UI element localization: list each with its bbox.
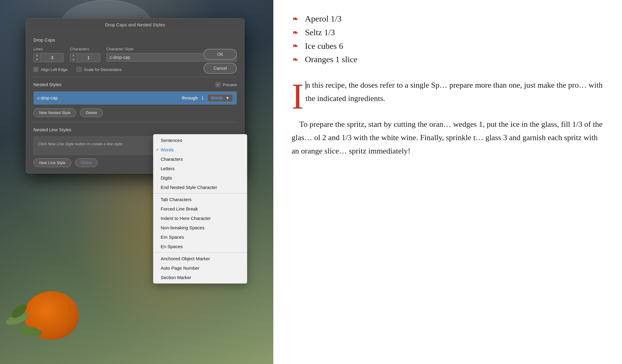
menu-separator-2 — [153, 252, 247, 253]
menu-item-auto-page[interactable]: Auto Page Number — [153, 263, 247, 273]
chars-arrows[interactable]: ▲ ▼ — [70, 53, 77, 62]
characters-field-group: Characters ▲ ▼ 1 — [70, 47, 100, 62]
leaves-decoration — [0, 285, 91, 346]
bullet-icon: ❧ — [292, 27, 299, 38]
bullet-icon: ❧ — [292, 54, 299, 65]
menu-item-forced-break[interactable]: Forced Line Break — [153, 204, 247, 214]
nested-styles-label: Nested Styles — [33, 82, 237, 87]
lines-label: Lines — [33, 47, 64, 51]
nested-dropdown-arrow-icon: ▼ — [225, 96, 230, 100]
characters-label: Characters — [70, 47, 100, 51]
words-dropdown-menu[interactable]: Sentences Words Characters Letters Digit… — [153, 134, 247, 284]
ingredient-text: Ice cubes 6 — [305, 39, 343, 53]
ingredients-list: ❧ Aperol 1/3 ❧ Seltz 1/3 ❧ Ice cubes 6 ❧… — [292, 12, 604, 66]
menu-item-words[interactable]: Words — [153, 145, 247, 154]
delete-nested-style-button[interactable]: Delete — [80, 108, 103, 117]
chars-value[interactable]: 1 — [77, 54, 100, 61]
menu-item-tab-chars[interactable]: Tab Characters — [153, 195, 247, 204]
menu-item-end-nested[interactable]: End Nested Style Character — [153, 183, 247, 192]
scale-descenders-checkbox-box[interactable] — [77, 67, 81, 72]
menu-item-em-spaces[interactable]: Em Spaces — [153, 232, 247, 242]
preview-row[interactable]: Preview — [216, 82, 237, 87]
menu-item-label: Words — [161, 147, 174, 152]
dialog-title: Drop Caps and Nested Styles — [105, 22, 165, 27]
menu-item-label: Em Spaces — [161, 234, 184, 240]
leaf-2 — [17, 325, 43, 338]
nested-styles-btn-row: New Nested Style Delete — [33, 108, 237, 117]
lines-down-arrow[interactable]: ▼ — [34, 58, 40, 62]
nested-style-name: c-drop-cap — [37, 96, 178, 100]
menu-item-section[interactable]: Section Marker — [153, 273, 247, 282]
align-left-edge-label: Align Left Edge — [41, 67, 67, 72]
nested-through-label: through — [182, 96, 198, 100]
menu-separator-1 — [153, 193, 247, 194]
menu-item-label: Auto Page Number — [161, 265, 200, 271]
menu-item-en-spaces[interactable]: En Spaces — [153, 242, 247, 251]
menu-item-label: Forced Line Break — [161, 206, 198, 211]
menu-item-label: Section Marker — [161, 275, 191, 280]
list-item: ❧ Ice cubes 6 — [292, 39, 604, 53]
cancel-button[interactable]: Cancel — [203, 63, 237, 74]
menu-item-label: Digits — [161, 175, 172, 180]
section-divider-2 — [33, 122, 237, 122]
menu-item-anchored[interactable]: Anchored Object Marker — [153, 254, 247, 263]
menu-item-letters[interactable]: Letters — [153, 164, 247, 173]
nested-styles-table: c-drop-cap through 1 Words ▼ — [33, 91, 237, 105]
recipe-paragraph-1: I n this recipe, the doses refer to a si… — [292, 79, 604, 105]
section-divider-1 — [33, 77, 237, 77]
new-nested-style-button[interactable]: New Nested Style — [33, 108, 76, 117]
list-item: ❧ Oranges 1 slice — [292, 53, 604, 66]
drop-caps-section-label: Drop Caps — [33, 37, 237, 42]
menu-item-label: Characters — [161, 157, 183, 162]
dialog-action-buttons: OK Cancel — [203, 49, 237, 74]
menu-item-characters[interactable]: Characters — [153, 154, 247, 164]
menu-item-label: Letters — [161, 166, 175, 171]
list-item: ❧ Seltz 1/3 — [292, 26, 604, 39]
recipe-paragraph-2: To prepare the spritz, start by cutting … — [292, 115, 604, 158]
align-left-edge-checkbox[interactable]: Align Left Edge — [33, 67, 67, 72]
menu-item-label: End Nested Style Character — [161, 185, 217, 190]
bullet-icon: ❧ — [292, 14, 299, 24]
menu-item-label: Indent to Here Character — [161, 216, 211, 221]
bullet-icon: ❧ — [292, 41, 299, 51]
list-item: ❧ Aperol 1/3 — [292, 12, 604, 26]
menu-item-label: Tab Characters — [161, 197, 192, 202]
lines-spinner[interactable]: ▲ ▼ 3 — [33, 53, 64, 62]
drop-cap-letter: I — [292, 79, 306, 112]
lines-arrows[interactable]: ▲ ▼ — [34, 53, 41, 62]
char-style-value: c-drop-cap — [110, 55, 130, 60]
paragraph-cursor — [306, 81, 306, 89]
lines-value[interactable]: 3 — [41, 54, 63, 61]
new-line-style-button[interactable]: New Line Style — [33, 158, 71, 167]
ingredient-text: Oranges 1 slice — [305, 53, 357, 66]
nested-style-row[interactable]: c-drop-cap through 1 Words ▼ — [34, 92, 237, 104]
align-left-edge-checkbox-box[interactable] — [33, 67, 38, 72]
dialog-titlebar: Drop Caps and Nested Styles — [26, 19, 244, 31]
preview-checkbox[interactable] — [216, 82, 220, 87]
nested-count: 1 — [201, 96, 204, 100]
characters-spinner[interactable]: ▲ ▼ 1 — [70, 53, 100, 62]
menu-item-non-breaking[interactable]: Non-breaking Spaces — [153, 223, 247, 232]
nested-dropdown-value: Words — [211, 96, 223, 100]
menu-item-label: Anchored Object Marker — [161, 256, 210, 261]
menu-item-digits[interactable]: Digits — [153, 173, 247, 183]
ingredient-text: Seltz 1/3 — [305, 26, 335, 39]
lines-up-arrow[interactable]: ▲ — [34, 53, 40, 58]
scale-descenders-label: Scale for Descenders — [84, 67, 121, 72]
ok-button[interactable]: OK — [203, 49, 237, 60]
line-styles-empty-text: Click New Line Style button to create a … — [38, 142, 123, 146]
preview-label: Preview — [223, 83, 237, 87]
menu-item-indent-here[interactable]: Indent to Here Character — [153, 214, 247, 223]
chars-down-arrow[interactable]: ▼ — [70, 58, 77, 62]
scale-descenders-checkbox[interactable]: Scale for Descenders — [77, 67, 121, 72]
nested-line-styles-label: Nested Line Styles — [33, 127, 237, 132]
ingredient-text: Aperol 1/3 — [305, 12, 342, 26]
menu-item-sentences[interactable]: Sentences — [153, 136, 247, 145]
menu-item-label: Non-breaking Spaces — [161, 225, 204, 230]
menu-item-label: En Spaces — [161, 244, 183, 249]
chars-up-arrow[interactable]: ▲ — [70, 53, 77, 58]
lines-field-group: Lines ▲ ▼ 3 — [33, 47, 64, 62]
nested-dropdown-btn[interactable]: Words ▼ — [207, 94, 233, 102]
delete-line-style-button: Delete — [75, 158, 98, 167]
recipe-content: ❧ Aperol 1/3 ❧ Seltz 1/3 ❧ Ice cubes 6 ❧… — [273, 0, 622, 364]
